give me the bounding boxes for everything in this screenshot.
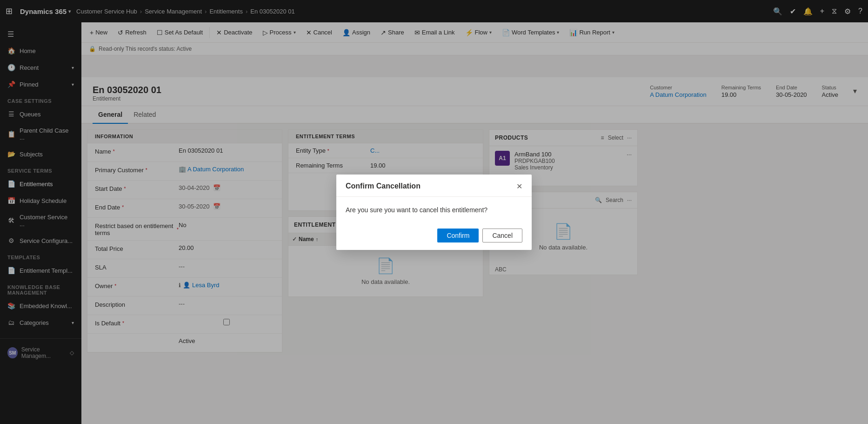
dialog-title: Confirm Cancellation bbox=[346, 182, 421, 190]
dialog-confirm-button[interactable]: Confirm bbox=[437, 229, 479, 242]
dialog-footer: Confirm Cancel bbox=[336, 223, 532, 250]
dialog-header: Confirm Cancellation ✕ bbox=[336, 175, 532, 197]
confirm-cancellation-dialog: Confirm Cancellation ✕ Are you sure you … bbox=[336, 175, 532, 250]
dialog-message: Are you sure you want to cancel this ent… bbox=[346, 206, 487, 214]
modal-overlay: Confirm Cancellation ✕ Are you sure you … bbox=[0, 0, 868, 424]
dialog-cancel-button[interactable]: Cancel bbox=[482, 229, 522, 242]
dialog-body: Are you sure you want to cancel this ent… bbox=[336, 197, 532, 223]
dialog-close-button[interactable]: ✕ bbox=[516, 182, 522, 191]
